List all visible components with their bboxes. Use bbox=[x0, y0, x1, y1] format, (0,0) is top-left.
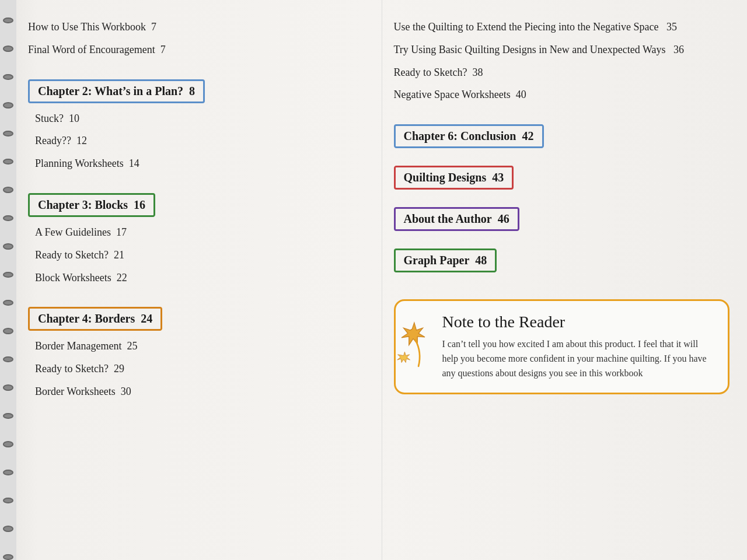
spiral-hole bbox=[3, 470, 13, 475]
chapter-2-label: Chapter 2: What’s in a Plan? 8 bbox=[28, 79, 205, 103]
toc-guidelines: A Few Guidelines 17 bbox=[28, 223, 364, 242]
toc-ready-sketch3: Ready to Sketch? 21 bbox=[28, 246, 364, 265]
spiral-hole bbox=[3, 215, 13, 221]
spiral-hole bbox=[3, 272, 13, 278]
right-column: Use the Quilting to Extend the Piecing i… bbox=[382, 0, 748, 560]
spiral-hole bbox=[3, 413, 13, 419]
spiral-hole bbox=[3, 498, 13, 503]
spiral-hole bbox=[3, 384, 13, 390]
chapter-3-label: Chapter 3: Blocks 16 bbox=[28, 193, 155, 217]
chapter-3-box: Chapter 3: Blocks 16 bbox=[28, 188, 364, 219]
spiral-hole bbox=[3, 102, 13, 108]
spiral-hole bbox=[3, 300, 13, 306]
star-decoration bbox=[390, 318, 437, 380]
quilting-designs-box: Quilting Designs 43 bbox=[394, 161, 730, 192]
spiral-hole bbox=[3, 18, 13, 23]
toc-border-ws: Border Worksheets 30 bbox=[28, 382, 364, 401]
graph-paper-box: Graph Paper 48 bbox=[394, 244, 730, 275]
spiral-hole bbox=[3, 356, 13, 362]
chapter-4-label: Chapter 4: Borders 24 bbox=[28, 307, 162, 331]
toc-block-ws: Block Worksheets 22 bbox=[28, 268, 364, 288]
note-text: I can’t tell you how excited I am about … bbox=[442, 337, 714, 380]
chapter-6-label: Chapter 6: Conclusion 42 bbox=[394, 124, 544, 148]
spiral-hole bbox=[3, 441, 13, 447]
toc-ready-sketch5: Ready to Sketch? 38 bbox=[394, 63, 730, 82]
left-column: How to Use This Workbook 7 Final Word of… bbox=[16, 0, 382, 560]
spiral-hole bbox=[3, 328, 13, 334]
toc-how-to-use: How to Use This Workbook 7 bbox=[28, 18, 364, 37]
page: How to Use This Workbook 7 Final Word of… bbox=[0, 0, 747, 560]
chapter-4-box: Chapter 4: Borders 24 bbox=[28, 302, 364, 333]
toc-use-quilting: Use the Quilting to Extend the Piecing i… bbox=[394, 18, 730, 37]
toc-border-mgmt: Border Management 25 bbox=[28, 337, 364, 356]
spiral-hole bbox=[3, 159, 13, 164]
toc-planning-ws: Planning Worksheets 14 bbox=[28, 154, 364, 173]
spiral-hole bbox=[3, 46, 13, 51]
toc-neg-space-ws: Negative Space Worksheets 40 bbox=[394, 85, 730, 104]
note-title: Note to the Reader bbox=[442, 313, 714, 331]
spiral-binding bbox=[0, 0, 16, 560]
toc-stuck: Stuck? 10 bbox=[28, 109, 364, 128]
spiral-hole bbox=[3, 187, 13, 192]
toc-ready-sketch4: Ready to Sketch? 29 bbox=[28, 359, 364, 379]
graph-paper-label: Graph Paper 48 bbox=[394, 249, 497, 272]
toc-ready2: Ready?? 12 bbox=[28, 131, 364, 150]
about-author-box: About the Author 46 bbox=[394, 202, 730, 233]
note-to-reader-box: Note to the Reader I can’t tell you how … bbox=[394, 299, 730, 394]
spiral-hole bbox=[3, 131, 13, 136]
spiral-hole bbox=[3, 243, 13, 249]
chapter-2-box: Chapter 2: What’s in a Plan? 8 bbox=[28, 75, 364, 106]
about-author-label: About the Author 46 bbox=[394, 207, 519, 231]
toc-try-using: Try Using Basic Quilting Designs in New … bbox=[394, 40, 730, 60]
spiral-hole bbox=[3, 554, 13, 560]
toc-final-word: Final Word of Encouragement 7 bbox=[28, 40, 364, 60]
spiral-hole bbox=[3, 74, 13, 80]
quilting-designs-label: Quilting Designs 43 bbox=[394, 166, 514, 190]
chapter-6-box: Chapter 6: Conclusion 42 bbox=[394, 120, 730, 150]
spiral-hole bbox=[3, 526, 13, 531]
